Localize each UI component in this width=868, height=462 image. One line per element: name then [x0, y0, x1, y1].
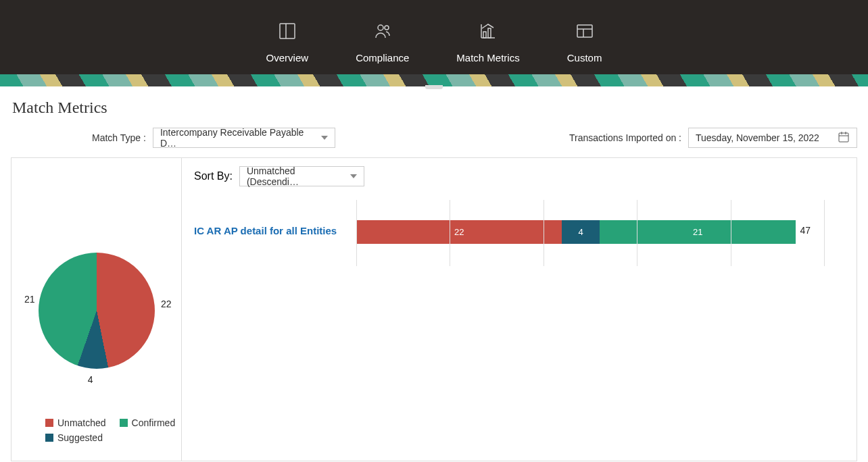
grid-line — [450, 200, 450, 266]
nav-label: Overview — [266, 52, 309, 63]
decorative-strip — [0, 74, 868, 86]
bar-row-total: 47 — [800, 225, 811, 236]
sort-by-select[interactable]: Unmatched (Descendi… — [239, 166, 364, 186]
filter-row: Match Type : Intercompany Receivable Pay… — [11, 128, 857, 148]
legend-label-unmatched: Unmatched — [57, 417, 106, 428]
panels: 22 4 21 Unmatched Confirmed Suggested — [11, 157, 857, 461]
chart-icon — [479, 22, 498, 43]
legend-swatch-suggested — [45, 434, 53, 442]
pie-label-confirmed: 21 — [24, 294, 35, 305]
imported-on-value: Tuesday, November 15, 2022 — [696, 132, 819, 143]
legend-row: Suggested — [45, 432, 175, 443]
chevron-down-icon — [321, 136, 328, 140]
svg-rect-7 — [488, 28, 491, 38]
svg-rect-11 — [839, 133, 848, 142]
sort-by-value: Unmatched (Descendi… — [247, 165, 343, 187]
nav-compliance[interactable]: Compliance — [356, 22, 409, 63]
pie-panel: 22 4 21 Unmatched Confirmed Suggested — [11, 158, 182, 461]
svg-point-3 — [385, 26, 389, 30]
overview-icon — [278, 22, 297, 43]
chevron-down-icon — [350, 174, 357, 178]
pie-legend: Unmatched Confirmed Suggested — [45, 417, 175, 447]
nav-label: Custom — [567, 52, 602, 63]
bar-panel: Sort By: Unmatched (Descendi… IC AR AP d… — [182, 158, 857, 461]
legend-label-confirmed: Confirmed — [132, 417, 176, 428]
grid-line — [824, 200, 825, 266]
svg-point-2 — [378, 25, 383, 30]
top-nav: Overview Compliance Match Metrics Custom — [0, 0, 868, 74]
top-nav-inner: Overview Compliance Match Metrics Custom — [266, 22, 602, 74]
bar-segment-confirmed[interactable]: 21 — [600, 220, 796, 244]
bar-row: 22421 — [356, 220, 824, 244]
pie-slices — [39, 253, 155, 369]
match-type-select[interactable]: Intercompany Receivable Payable D… — [153, 128, 335, 148]
imported-on-date-picker[interactable]: Tuesday, November 15, 2022 — [688, 128, 857, 148]
sort-by-label: Sort By: — [194, 170, 233, 182]
grid-line — [637, 200, 637, 266]
svg-rect-0 — [280, 24, 295, 38]
imported-on-label: Transactions Imported on : — [569, 132, 681, 143]
nav-label: Match Metrics — [456, 52, 519, 63]
grid-line — [544, 200, 544, 266]
svg-rect-8 — [577, 25, 592, 37]
pie-label-suggested: 4 — [88, 374, 93, 385]
pie-label-unmatched: 22 — [161, 299, 172, 309]
sort-row: Sort By: Unmatched (Descendi… — [194, 166, 844, 186]
drag-handle[interactable] — [425, 85, 443, 89]
legend-swatch-confirmed — [120, 419, 128, 427]
bar-row-label[interactable]: IC AR AP detail for all Entities — [194, 225, 337, 236]
users-icon — [373, 22, 392, 43]
calendar-icon — [838, 131, 850, 145]
legend-label-suggested: Suggested — [57, 432, 103, 443]
grid-line — [356, 200, 357, 266]
nav-custom[interactable]: Custom — [567, 22, 602, 63]
legend-swatch-unmatched — [45, 419, 53, 427]
bar-segment-unmatched[interactable]: 22 — [356, 220, 562, 244]
match-type-value: Intercompany Receivable Payable D… — [160, 127, 314, 149]
svg-rect-6 — [483, 32, 486, 38]
legend-row: Unmatched Confirmed — [45, 417, 175, 428]
nav-label: Compliance — [356, 52, 409, 63]
pie-chart: 22 4 21 — [18, 232, 175, 389]
match-type-label: Match Type : — [92, 132, 146, 143]
bar-segment-suggested[interactable]: 4 — [562, 220, 599, 244]
page-title: Match Metrics — [12, 99, 857, 117]
nav-overview[interactable]: Overview — [266, 22, 309, 63]
page-body: Match Metrics Match Type : Intercompany … — [0, 86, 868, 462]
grid-line — [731, 200, 731, 266]
nav-match-metrics[interactable]: Match Metrics — [456, 22, 519, 63]
layout-icon — [575, 22, 594, 43]
stacked-bar-chart: IC AR AP detail for all Entities 22421 4… — [194, 200, 844, 266]
